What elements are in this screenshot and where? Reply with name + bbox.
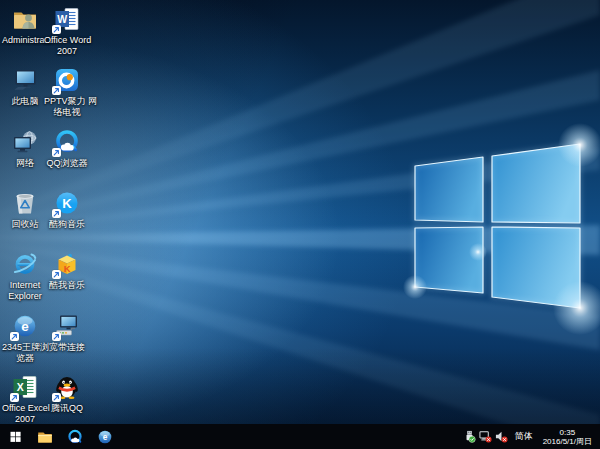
desktop-icon-office-word[interactable]: WOffice Word2007 <box>44 6 90 57</box>
taskbar-buttons: e <box>0 424 120 449</box>
desktop-icon-administrator[interactable]: Administra... <box>2 6 48 46</box>
windows-desktop-screen: Administra...WOffice Word2007此电脑PPTV聚力 网… <box>0 0 600 449</box>
desktop-icon-label: 回收站 <box>2 219 48 230</box>
pptv-icon <box>54 67 80 93</box>
shortcut-arrow-icon <box>52 148 61 157</box>
clock-date: 2016/5/1/周日 <box>543 437 592 446</box>
shortcut-arrow-icon <box>52 209 61 218</box>
desktop-icon-label: QQ浏览器 <box>44 158 90 169</box>
taskbar-file-explorer-button[interactable] <box>30 424 60 449</box>
this-pc-icon <box>12 67 38 93</box>
desktop-icon-label: InternetExplorer <box>2 280 48 302</box>
svg-text:X: X <box>17 381 24 393</box>
tray-icons <box>462 424 510 449</box>
clock-time: 0:35 <box>543 428 592 437</box>
desktop-icon-label: 酷狗音乐 <box>44 219 90 230</box>
shortcut-arrow-icon <box>52 270 61 279</box>
ime-indicator[interactable]: 简体 <box>510 430 538 443</box>
desktop-icon-label: 腾讯QQ <box>44 403 90 414</box>
desktop-icon-pptv[interactable]: PPTV聚力 网络电视 <box>44 67 90 118</box>
desktop-icon-tencent-qq[interactable]: 腾讯QQ <box>44 374 90 414</box>
kuwo-icon: K <box>54 251 80 277</box>
taskbar-clock[interactable]: 0:35 2016/5/1/周日 <box>538 428 597 446</box>
e-sphere-icon: e <box>97 429 113 445</box>
desktop-icon-2345-browser[interactable]: e2345王牌浏览器 <box>2 313 48 364</box>
desktop-icon-label: 网络 <box>2 158 48 169</box>
desktop-icon-grid: Administra...WOffice Word2007此电脑PPTV聚力 网… <box>0 0 600 424</box>
network-icon <box>12 129 38 155</box>
taskbar-2345-browser-button[interactable]: e <box>90 424 120 449</box>
qq-browser-icon <box>54 129 80 155</box>
svg-text:e: e <box>103 432 108 442</box>
recycle-bin-icon <box>12 190 38 216</box>
desktop-icon-qq-browser[interactable]: QQ浏览器 <box>44 129 90 169</box>
network-status-disconnected-icon[interactable] <box>478 424 494 449</box>
desktop-icon-label: Administra... <box>2 35 48 46</box>
word-icon: W <box>54 6 80 32</box>
desktop-icon-office-excel[interactable]: XOffice Excel2007 <box>2 374 48 424</box>
start-icon <box>9 430 22 443</box>
desktop[interactable]: Administra...WOffice Word2007此电脑PPTV聚力 网… <box>0 0 600 424</box>
system-tray: 简体 0:35 2016/5/1/周日 <box>462 424 600 449</box>
volume-muted-icon[interactable] <box>494 424 510 449</box>
svg-text:W: W <box>57 13 67 25</box>
svg-text:K: K <box>62 196 72 211</box>
shortcut-arrow-icon <box>52 393 61 402</box>
svg-text:K: K <box>64 263 71 274</box>
desktop-icon-internet-explorer[interactable]: InternetExplorer <box>2 251 48 302</box>
shortcut-arrow-icon <box>52 86 61 95</box>
e-sphere-icon: e <box>12 313 38 339</box>
explorer-icon <box>37 429 53 445</box>
desktop-icon-label: 2345王牌浏览器 <box>2 342 48 364</box>
desktop-icon-label: 此电脑 <box>2 96 48 107</box>
desktop-icon-network[interactable]: 网络 <box>2 129 48 169</box>
taskbar-qq-browser-button[interactable] <box>60 424 90 449</box>
broadband-icon <box>54 313 80 339</box>
desktop-icon-kuwo-music[interactable]: K酷我音乐 <box>44 251 90 291</box>
ie-icon <box>12 251 38 277</box>
desktop-icon-this-pc[interactable]: 此电脑 <box>2 67 48 107</box>
desktop-icon-label: 酷我音乐 <box>44 280 90 291</box>
desktop-icon-broadband[interactable]: 宽带连接 <box>44 313 90 353</box>
taskbar: e 简体 0:35 2016/5/1/周日 <box>0 424 600 449</box>
desktop-icon-label: 宽带连接 <box>44 342 90 353</box>
start-button[interactable] <box>0 424 30 449</box>
excel-icon: X <box>12 374 38 400</box>
desktop-icon-label: PPTV聚力 网络电视 <box>44 96 90 118</box>
desktop-icon-label: Office Word2007 <box>44 35 90 57</box>
svg-text:e: e <box>21 319 29 334</box>
desktop-icon-label: Office Excel2007 <box>2 403 48 424</box>
shortcut-arrow-icon <box>10 393 19 402</box>
shortcut-arrow-icon <box>10 332 19 341</box>
desktop-icon-recycle-bin[interactable]: 回收站 <box>2 190 48 230</box>
shortcut-arrow-icon <box>52 25 61 34</box>
safely-remove-hardware-icon[interactable] <box>462 424 478 449</box>
desktop-icon-kugou-music[interactable]: K酷狗音乐 <box>44 190 90 230</box>
shortcut-arrow-icon <box>52 332 61 341</box>
user-folder-icon <box>12 6 38 32</box>
qq-browser-icon <box>67 429 83 445</box>
kugou-icon: K <box>54 190 80 216</box>
qq-penguin-icon <box>54 374 80 400</box>
